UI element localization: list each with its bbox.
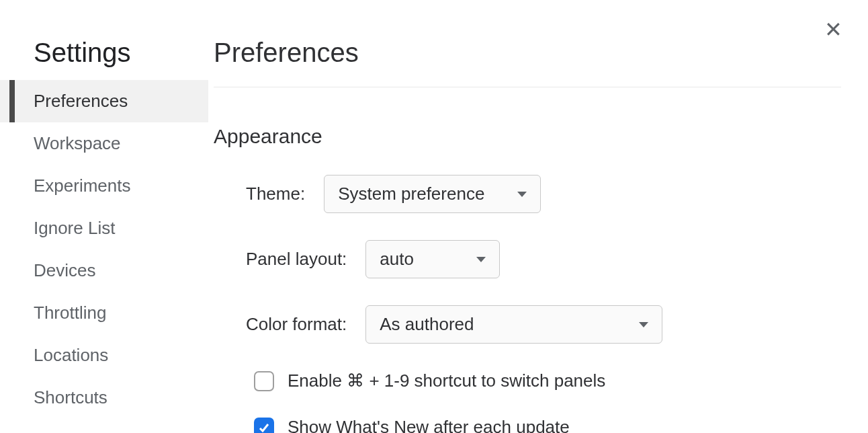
settings-container: Settings Preferences Workspace Experimen…: [0, 0, 868, 433]
color-format-select-value: As authored: [380, 314, 474, 335]
sidebar-item-label: Throttling: [34, 303, 106, 323]
settings-modal: ✕ Settings Preferences Workspace Experim…: [0, 0, 868, 433]
close-icon[interactable]: ✕: [824, 19, 842, 40]
sidebar-item-label: Preferences: [34, 91, 128, 111]
section-heading-appearance: Appearance: [214, 125, 841, 148]
sidebar-item-label: Workspace: [34, 133, 121, 153]
sidebar-item-shortcuts[interactable]: Shortcuts: [0, 377, 208, 419]
chevron-down-icon: [639, 322, 648, 327]
sidebar-item-label: Shortcuts: [34, 387, 107, 407]
sidebar-item-locations[interactable]: Locations: [0, 334, 208, 377]
panel-layout-select-value: auto: [380, 249, 414, 270]
whatsnew-checkbox-row: Show What's New after each update: [214, 417, 841, 433]
shortcut-checkbox-row: Enable ⌘ + 1-9 shortcut to switch panels: [214, 370, 841, 391]
color-format-select[interactable]: As authored: [365, 305, 662, 344]
sidebar-item-throttling[interactable]: Throttling: [0, 292, 208, 334]
chevron-down-icon: [517, 192, 527, 197]
theme-select-value: System preference: [338, 184, 484, 204]
sidebar-item-label: Experiments: [34, 175, 131, 196]
shortcut-checkbox[interactable]: [254, 371, 274, 391]
whatsnew-checkbox-label: Show What's New after each update: [288, 417, 570, 433]
sidebar-item-label: Locations: [34, 345, 108, 365]
sidebar-title: Settings: [0, 38, 208, 80]
color-format-label: Color format:: [246, 314, 347, 335]
main-panel: Preferences Appearance Theme: System pre…: [208, 0, 868, 433]
theme-row: Theme: System preference: [214, 175, 841, 213]
page-title: Preferences: [214, 38, 841, 87]
sidebar-item-ignore-list[interactable]: Ignore List: [0, 207, 208, 249]
sidebar-item-devices[interactable]: Devices: [0, 249, 208, 292]
panel-layout-row: Panel layout: auto: [214, 240, 841, 278]
color-format-row: Color format: As authored: [214, 305, 841, 344]
theme-select[interactable]: System preference: [324, 175, 541, 213]
shortcut-checkbox-label: Enable ⌘ + 1-9 shortcut to switch panels: [288, 370, 605, 391]
sidebar-item-label: Devices: [34, 260, 95, 280]
sidebar-item-preferences[interactable]: Preferences: [0, 80, 208, 122]
sidebar-item-experiments[interactable]: Experiments: [0, 165, 208, 207]
sidebar-item-workspace[interactable]: Workspace: [0, 122, 208, 165]
check-icon: [257, 421, 271, 434]
chevron-down-icon: [476, 257, 486, 262]
whatsnew-checkbox[interactable]: [254, 418, 274, 434]
sidebar-item-label: Ignore List: [34, 218, 115, 238]
panel-layout-label: Panel layout:: [246, 249, 347, 270]
sidebar: Settings Preferences Workspace Experimen…: [0, 0, 208, 433]
panel-layout-select[interactable]: auto: [365, 240, 500, 278]
theme-label: Theme:: [246, 184, 305, 204]
